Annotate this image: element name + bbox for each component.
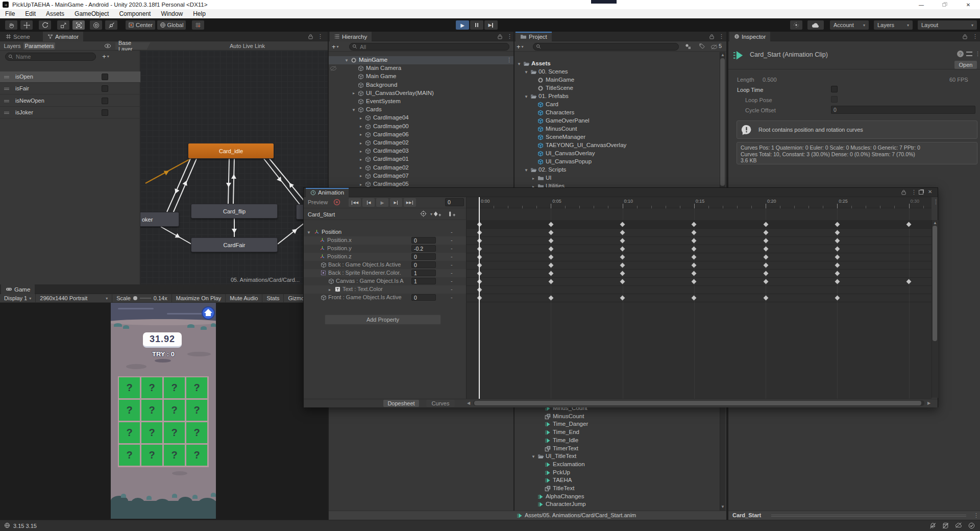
transtool-tool-button[interactable] <box>90 20 102 30</box>
hierarchy-create-button[interactable]: +▾ <box>332 43 346 51</box>
hierarchy-item-Cards[interactable]: ▼Cards <box>329 106 513 114</box>
project-item-UI_CanvasOverlay[interactable]: UI_CanvasOverlay <box>514 150 720 158</box>
property-value-field[interactable]: 0 <box>411 253 436 260</box>
goto-last-frame-button[interactable]: ▶▶ <box>404 198 416 207</box>
property-options-icon[interactable]: - <box>451 253 453 259</box>
state-node-card-idle[interactable]: Card_idle <box>188 143 274 159</box>
inspector-menu-icon[interactable]: ⋮ <box>972 34 978 39</box>
keyframe-diamond[interactable] <box>763 230 768 235</box>
keyframe-diamond[interactable] <box>620 295 625 300</box>
keyframe-diamond[interactable] <box>692 262 697 268</box>
foldout-icon[interactable]: ▸ <box>358 157 363 162</box>
property-options-icon[interactable]: - <box>451 270 453 276</box>
keyframe-diamond[interactable] <box>835 271 840 276</box>
step-button[interactable]: ▶ <box>484 20 498 30</box>
hierarchy-item-CardImage02[interactable]: ▸CardImage02 <box>329 164 513 172</box>
anim-property-row[interactable]: Back : Sprite Renderer.Color.1- <box>304 269 466 277</box>
display-dropdown[interactable]: Display 1▾ <box>0 294 36 303</box>
foldout-icon[interactable]: ▸ <box>358 174 363 178</box>
state-node-joker[interactable]: oker <box>140 212 179 227</box>
hierarchy-item-CardImage03[interactable]: ▸CardImage03 <box>329 147 513 155</box>
keyframe-diamond[interactable] <box>548 254 553 259</box>
parameter-checkbox[interactable] <box>102 98 108 104</box>
scroll-left-icon[interactable]: ◀ <box>467 401 470 405</box>
next-frame-button[interactable]: ▶ <box>390 198 402 207</box>
add-parameter-button[interactable]: +▾ <box>99 52 112 61</box>
keyframe-diamond[interactable] <box>548 295 553 300</box>
anim-property-row[interactable]: Canvas : Game Object.Is A1- <box>304 277 466 285</box>
keyframe-diamond[interactable] <box>620 246 625 251</box>
add-keyframe-icon[interactable] <box>433 211 442 218</box>
keyframe-diamond[interactable] <box>692 230 697 235</box>
project-item-Time_Danger[interactable]: Time_Danger <box>514 420 720 428</box>
keyframe-diamond[interactable] <box>835 262 840 268</box>
project-item-Card[interactable]: Card <box>514 101 720 109</box>
foldout-icon[interactable]: ▸ <box>531 176 536 181</box>
foldout-icon[interactable]: ▼ <box>351 108 356 112</box>
keyframe-diamond[interactable] <box>906 279 912 284</box>
project-scroll-thumb[interactable] <box>720 58 725 186</box>
card-back[interactable]: ? <box>164 422 185 443</box>
property-value-field[interactable]: 1 <box>411 278 436 284</box>
parameter-search-input[interactable] <box>5 53 96 61</box>
keyframe-diamond[interactable] <box>763 254 768 259</box>
loop-time-checkbox[interactable] <box>831 86 838 92</box>
help-icon[interactable]: ? <box>957 51 964 57</box>
hierarchy-item-Main Camera[interactable]: Main Camera <box>329 64 513 73</box>
foldout-icon[interactable]: ▸ <box>351 91 356 95</box>
card-back[interactable]: ? <box>141 400 162 421</box>
animation-hscroll-thumb[interactable] <box>474 401 921 405</box>
foldout-icon[interactable]: ▼ <box>344 58 349 63</box>
curves-tab-button[interactable]: Curves <box>426 400 455 407</box>
timeline-menu-icon[interactable]: ⋮ <box>933 199 939 204</box>
playhead[interactable] <box>479 197 480 399</box>
auto-live-link-button[interactable]: Auto Live Link <box>230 42 265 50</box>
animation-vscroll-thumb[interactable] <box>933 226 937 341</box>
project-item-Time_Idle[interactable]: Time_Idle <box>514 437 720 445</box>
card-back[interactable]: ? <box>164 400 185 421</box>
keyframe-diamond[interactable] <box>835 230 840 235</box>
parameter-checkbox[interactable] <box>102 109 108 116</box>
cloud-services-button[interactable] <box>807 20 824 30</box>
maximize-button[interactable] <box>933 0 957 9</box>
pause-button[interactable] <box>470 20 483 30</box>
minimize-button[interactable]: — <box>910 0 933 9</box>
rotate-tool-button[interactable] <box>39 20 51 30</box>
project-item-CharacterJump[interactable]: CharacterJump <box>514 500 720 509</box>
maximize-window-icon[interactable] <box>919 190 923 195</box>
project-item-TAEHA[interactable]: TAEHA <box>514 476 720 485</box>
play-button[interactable]: ▶ <box>456 20 469 30</box>
property-options-icon[interactable]: - <box>451 245 453 251</box>
hierarchy-item-CardImage07[interactable]: ▸CardImage07 <box>329 172 513 180</box>
record-button[interactable] <box>333 199 340 207</box>
hierarchy-menu-icon[interactable]: ⋮ <box>507 34 512 39</box>
project-item-GameOverPanel[interactable]: GameOverPanel <box>514 117 720 125</box>
keyframe-diamond[interactable] <box>835 238 840 243</box>
tab-scene[interactable]: Scene <box>1 32 35 41</box>
state-node-card-flip[interactable]: Card_flip <box>191 204 278 219</box>
goto-first-frame-button[interactable]: ◀◀ <box>349 198 361 207</box>
card-back[interactable]: ? <box>119 445 140 466</box>
dopesheet-tab-button[interactable]: Dopesheet <box>383 400 419 407</box>
keyframe-diamond[interactable] <box>835 246 840 251</box>
keyframe-diamond[interactable] <box>548 271 553 276</box>
project-item-00. Scenes[interactable]: ▼00. Scenes <box>514 68 720 76</box>
pivot-center-button[interactable]: Center <box>126 20 155 30</box>
maximize-on-play-button[interactable]: Maximize On Play <box>172 294 226 303</box>
tab-game[interactable]: Game <box>1 284 35 294</box>
keyframe-diamond[interactable] <box>620 271 625 276</box>
dopesheet-timeline[interactable]: 0:000:050:100:150:200:250:30 <box>466 197 932 399</box>
card-back[interactable]: ? <box>164 445 185 466</box>
project-item-02. Scripts[interactable]: ▼02. Scripts <box>514 166 720 174</box>
property-options-icon[interactable]: - <box>451 278 453 284</box>
anim-property-row[interactable]: Position.z0- <box>304 253 466 261</box>
keyframe-diamond[interactable] <box>763 238 768 243</box>
notifications-off-icon[interactable] <box>929 522 936 530</box>
keyframe-diamond[interactable] <box>692 295 697 300</box>
preview-toggle[interactable]: Preview <box>308 199 328 205</box>
tab-hierarchy[interactable]: Hierarchy <box>330 32 372 41</box>
hierarchy-item-CardImage01[interactable]: ▸CardImage01 <box>329 155 513 163</box>
stats-button[interactable]: Stats <box>262 294 284 303</box>
breadcrumb-base-layer[interactable]: Base Layer <box>115 42 146 50</box>
foldout-icon[interactable]: ▸ <box>358 165 363 170</box>
